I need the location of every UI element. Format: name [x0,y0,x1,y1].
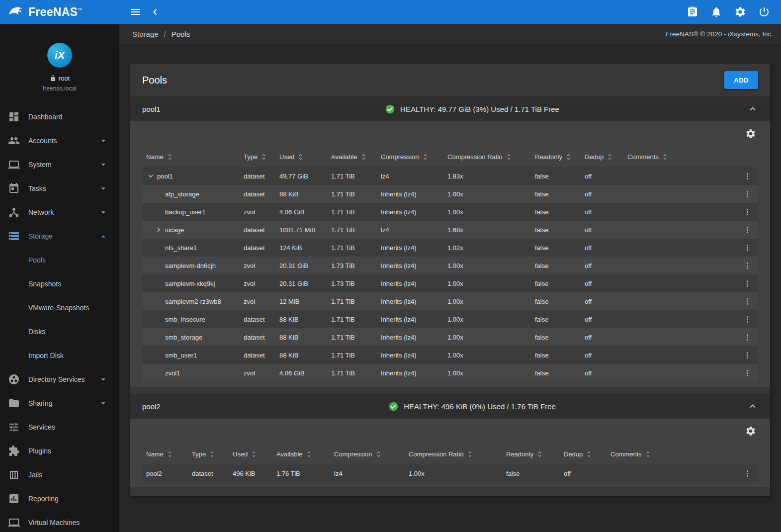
dataset-readonly: false [531,257,581,274]
column-header-available[interactable]: Available [272,443,330,464]
row-actions-button[interactable] [741,467,754,480]
row-actions-button[interactable] [741,366,754,380]
sidebar-item-network[interactable]: Network [0,200,119,224]
sidebar-item-import-disk[interactable]: Import Disk [0,344,119,367]
table-settings-button[interactable] [743,424,758,439]
tasks-icon [8,182,20,194]
column-header-compression-ratio[interactable]: Compression Ratio [405,443,502,464]
sort-icon [297,153,304,161]
sidebar-item-pools[interactable]: Pools [0,248,119,272]
dataset-name: zvol1 [165,369,180,377]
row-actions-button[interactable] [741,259,754,272]
app-root: FreeNAS™ iX root freenas.local Dashboar [0,0,781,532]
row-actions-button[interactable] [741,187,754,201]
kebab-icon [743,172,752,181]
task-manager-button[interactable] [683,2,702,22]
sidebar-item-dashboard[interactable]: Dashboard [0,105,119,129]
sidebar-item-accounts[interactable]: Accounts [0,129,119,153]
column-header-comments[interactable]: Comments [607,443,736,464]
datasets-table: NameTypeUsedAvailableCompressionCompress… [142,443,758,482]
panel-collapse-button[interactable] [747,103,758,114]
kebab-icon [743,351,752,360]
sharing-icon [8,397,20,409]
notifications-button[interactable] [706,2,726,22]
sort-icon [505,153,513,161]
kebab-icon [743,315,752,324]
column-header-dedup[interactable]: Dedup [581,146,623,167]
column-header-used[interactable]: Used [275,146,327,167]
row-actions-button[interactable] [741,331,754,344]
menu-icon [129,6,141,18]
sidebar-item-tasks[interactable]: Tasks [0,177,119,200]
column-header-used[interactable]: Used [229,443,272,464]
column-header-type[interactable]: Type [240,146,275,167]
row-actions-button[interactable] [741,223,754,237]
pool-panel-header[interactable]: pool2 HEALTHY: 496 KiB (0%) Used / 1.76 … [130,394,770,419]
power-button[interactable] [754,2,774,22]
row-actions-button[interactable] [741,295,754,308]
pool-panel-header[interactable]: pool1 HEALTHY: 49.77 GiB (3%) Used / 1.7… [130,96,770,121]
sidebar-item-sharing[interactable]: Sharing [0,391,119,415]
dataset-dedup: off [581,167,623,185]
dataset-readonly: false [531,346,581,364]
row-actions-button[interactable] [741,277,754,290]
sidebar-item-services[interactable]: Services [0,415,119,439]
dataset-available: 1.71 TiB [327,292,377,310]
column-header-readonly[interactable]: Readonly [502,443,560,464]
column-header-compression[interactable]: Compression [377,146,443,167]
dataset-available: 1.71 TiB [327,239,377,257]
datasets-table: NameTypeUsedAvailableCompressionCompress… [142,146,758,382]
breadcrumb-pools: Pools [172,30,190,38]
dataset-name: pool1 [157,173,173,180]
dataset-compression-ratio: 1.00x [443,203,531,221]
sidebar-item-plugins[interactable]: Plugins [0,439,119,463]
settings-button[interactable] [730,2,750,22]
sidebar-item-storage[interactable]: Storage [0,224,119,248]
dataset-compression: lz4 [377,167,443,185]
dataset-used: 88 KiB [275,310,327,328]
column-header-compression-ratio[interactable]: Compression Ratio [443,146,531,167]
breadcrumb-storage[interactable]: Storage [132,30,159,38]
column-header-name[interactable]: Name [142,146,240,167]
column-header-available[interactable]: Available [327,146,377,167]
column-header-name[interactable]: Name [142,443,188,464]
panel-collapse-button[interactable] [747,401,758,412]
column-header-dedup[interactable]: Dedup [560,443,607,464]
sidebar-item-directory-services[interactable]: Directory Services [0,367,119,391]
collapse-row-button[interactable] [146,172,157,180]
menu-button[interactable] [125,2,145,22]
column-header-type[interactable]: Type [188,443,229,464]
row-actions-button[interactable] [741,349,754,362]
column-header-comments[interactable]: Comments [623,146,736,167]
row-actions-button[interactable] [741,313,754,326]
sidebar-item-label: Directory Services [28,375,98,383]
freenas-logo[interactable]: FreeNAS™ [0,3,119,20]
gear-icon [734,6,746,18]
dataset-readonly: false [531,185,581,203]
sidebar-item-vmware-snapshots[interactable]: VMware-Snapshots [0,296,119,320]
table-settings-button[interactable] [743,126,758,141]
dataset-compression-ratio: 1.00x [443,346,531,364]
column-header-compression[interactable]: Compression [330,443,405,464]
sidebar-item-virtual-machines[interactable]: Virtual Machines [0,511,119,532]
row-actions-button[interactable] [741,241,754,255]
sidebar-item-jails[interactable]: Jails [0,463,119,487]
dataset-type: zvol [240,292,275,310]
row-actions-button[interactable] [741,205,754,219]
dataset-compression-ratio: 1.00x [443,364,531,382]
dataset-row: pool2 dataset 496 KiB 1.76 TiB lz4 1.00x… [142,464,758,482]
expand-row-button[interactable] [154,225,165,234]
collapse-sidenav-button[interactable] [145,2,165,22]
dataset-row: nfs_share1 dataset 124 KiB 1.71 TiB Inhe… [142,239,758,257]
column-header-readonly[interactable]: Readonly [531,146,581,167]
sidebar-item-reporting[interactable]: Reporting [0,487,119,511]
sidebar-item-disks[interactable]: Disks [0,320,119,344]
dataset-available: 1.73 TiB [327,274,377,292]
pool-name: pool1 [142,105,197,113]
accounts-icon [8,135,20,147]
add-pool-button[interactable]: ADD [724,71,758,89]
pools-card-header: Pools ADD [130,64,770,96]
sidebar-item-system[interactable]: System [0,153,119,177]
row-actions-button[interactable] [741,170,754,183]
sidebar-item-snapshots[interactable]: Snapshots [0,272,119,296]
